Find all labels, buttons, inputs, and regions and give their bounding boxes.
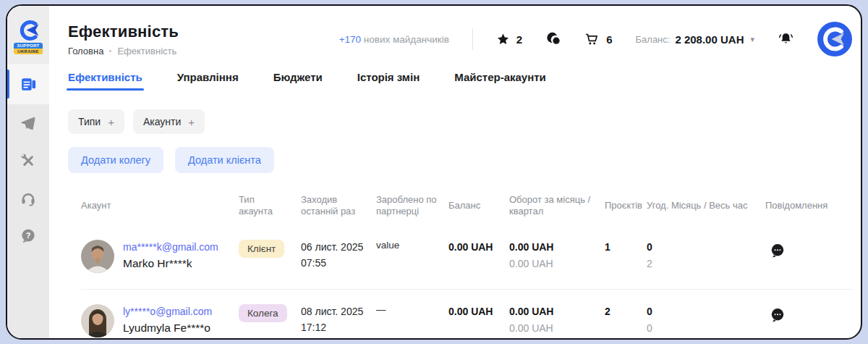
col-deals: Угод. Місяць / Весь час <box>647 200 765 211</box>
paper-plane-icon <box>20 114 37 132</box>
tab-master-accounts[interactable]: Майстер-акаунти <box>454 71 546 91</box>
balance-cell: 0.00 UAH <box>448 240 509 255</box>
type-cell: Колега <box>239 304 301 322</box>
title-block: Ефективність Головна Ефективність <box>68 22 256 56</box>
tools-icon <box>20 152 37 169</box>
partner-earned-cell: value <box>376 240 448 251</box>
notification-bell-icon <box>778 31 794 48</box>
profile-logo-icon <box>817 22 852 56</box>
sidebar-item-feed[interactable] <box>7 64 49 104</box>
account-name: Marko Hr****k <box>123 257 218 270</box>
tab-management[interactable]: Управління <box>177 71 239 91</box>
message-bubble-icon[interactable] <box>770 307 786 323</box>
projects-cell: 2 <box>605 304 647 319</box>
account-name: Lyudmyla Fe****o <box>123 322 212 335</box>
tab-change-history[interactable]: Історія змін <box>357 71 420 91</box>
add-colleague-button[interactable]: Додати колегу <box>68 147 163 173</box>
header-right: +170 нових майданчиків 2 <box>339 22 852 56</box>
balance-dropdown[interactable]: Баланс: 2 208.00 UAH ▾ <box>636 33 754 46</box>
account-cell: ly*****o@gmail.com Lyudmyla Fe****o <box>81 304 239 337</box>
brand-c-arrow-icon <box>16 20 41 41</box>
last-visit-cell: 06 лист. 2025 07:55 <box>301 240 376 271</box>
sidebar-item-help[interactable]: ? <box>7 217 49 255</box>
headset-icon <box>20 190 37 207</box>
filter-types[interactable]: Типи + <box>68 109 124 134</box>
tab-efficiency[interactable]: Ефективність <box>68 71 142 91</box>
account-type-badge: Клієнт <box>239 240 284 258</box>
messages-cell <box>765 240 852 259</box>
breadcrumb-home[interactable]: Головна <box>68 46 103 56</box>
col-turnover: Оборот за місяць / квартал <box>509 194 605 218</box>
sidebar-item-support[interactable] <box>7 180 49 217</box>
cart-counter[interactable]: 6 <box>584 32 612 47</box>
balance-label: Баланс: <box>636 34 671 45</box>
svg-text:?: ? <box>26 231 31 240</box>
messages-cell <box>765 304 852 323</box>
breadcrumb-separator <box>109 50 111 52</box>
type-cell: Клієнт <box>239 240 301 258</box>
balance-cell: 0.00 UAH <box>448 304 509 319</box>
cart-count: 6 <box>606 33 612 46</box>
col-projects: Проєктів <box>605 200 647 211</box>
sidebar: SUPPORT UKRAINE <box>7 6 49 338</box>
account-email[interactable]: ly*****o@gmail.com <box>123 304 212 319</box>
favorites-count: 2 <box>516 33 522 46</box>
tab-budgets[interactable]: Бюджети <box>273 71 323 91</box>
deals-cell: 0 0 <box>647 304 765 336</box>
plus-icon: + <box>108 116 114 128</box>
cart-icon <box>584 32 600 47</box>
filter-accounts[interactable]: Акаунти + <box>133 109 205 134</box>
turnover-cell: 0.00 UAH 0.00 UAH <box>509 240 605 272</box>
account-identity: ma*****k@gmail.com Marko Hr****k <box>123 240 218 270</box>
app-window: SUPPORT UKRAINE <box>6 4 862 340</box>
main-content: Ефективність Головна Ефективність +170 н… <box>49 6 861 338</box>
page-title: Ефективність <box>68 22 256 41</box>
sidebar-item-tools[interactable] <box>7 142 49 180</box>
app-logo[interactable]: SUPPORT UKRAINE <box>7 6 49 64</box>
table-header: Акаунт Тип акаунта Заходив останній раз … <box>81 186 852 225</box>
last-visit-cell: 08 лист. 2025 17:12 <box>301 304 376 335</box>
question-bubble-icon: ? <box>20 227 37 245</box>
col-messages: Повідомлення <box>765 200 852 211</box>
action-row: Додати колегу Додати клієнта <box>68 147 852 173</box>
account-cell: ma*****k@gmail.com Marko Hr****k <box>81 240 239 273</box>
breadcrumb-current: Ефективність <box>117 46 176 56</box>
table-row: ly*****o@gmail.com Lyudmyla Fe****o Коле… <box>81 290 852 338</box>
deals-cell: 0 2 <box>647 240 765 272</box>
avatar <box>81 240 114 273</box>
accounts-table: Акаунт Тип акаунта Заходив останній раз … <box>68 186 852 338</box>
tab-bar: Ефективність Управління Бюджети Історія … <box>68 71 852 91</box>
filter-row: Типи + Акаунти + <box>68 109 852 134</box>
message-bubble-icon[interactable] <box>770 243 786 259</box>
breadcrumb: Головна Ефективність <box>68 46 256 56</box>
avatar <box>81 304 114 337</box>
profile-logo-button[interactable] <box>817 22 852 56</box>
add-client-button[interactable]: Додати клієнта <box>175 147 274 173</box>
new-sites-link[interactable]: +170 нових майданчиків <box>339 34 449 45</box>
balance-value: 2 208.00 UAH <box>675 33 744 46</box>
star-icon <box>496 33 510 46</box>
col-balance: Баланс <box>448 200 509 211</box>
turnover-cell: 0.00 UAH 0.00 UAH <box>509 304 605 336</box>
chat-icon <box>545 31 561 47</box>
partner-earned-cell: — <box>376 304 448 315</box>
projects-cell: 1 <box>605 240 647 255</box>
sidebar-item-messenger[interactable] <box>7 104 49 142</box>
document-feed-icon <box>20 75 38 93</box>
account-identity: ly*****o@gmail.com Lyudmyla Fe****o <box>123 304 212 335</box>
header-divider <box>472 28 473 50</box>
col-account-type: Тип акаунта <box>239 194 301 218</box>
account-type-badge: Колега <box>239 304 287 322</box>
col-partner-earned: Зароблено по партнерці <box>376 194 448 218</box>
account-email[interactable]: ma*****k@gmail.com <box>123 240 218 254</box>
support-ukraine-badge: SUPPORT UKRAINE <box>14 43 43 54</box>
chats-button[interactable] <box>545 31 561 47</box>
col-last-visit: Заходив останній раз <box>301 194 376 218</box>
notifications-button[interactable] <box>778 31 794 48</box>
plus-icon: + <box>188 116 195 128</box>
col-account: Акаунт <box>81 200 239 211</box>
page-header: Ефективність Головна Ефективність +170 н… <box>68 6 852 56</box>
favorites-counter[interactable]: 2 <box>496 33 522 46</box>
table-row: ma*****k@gmail.com Marko Hr****k Клієнт … <box>81 225 852 290</box>
chevron-down-icon: ▾ <box>750 35 754 44</box>
